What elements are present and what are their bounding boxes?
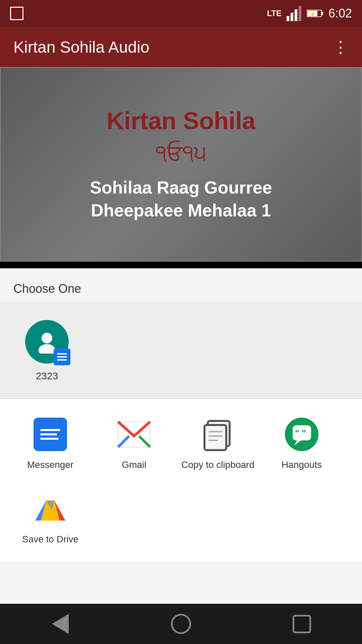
save-to-drive-label: Save to Drive — [22, 534, 78, 545]
apps-section-2: Save to Drive — [0, 487, 362, 561]
hangouts-icon: " " — [285, 418, 318, 451]
svg-point-9 — [39, 344, 55, 354]
svg-rect-3 — [299, 6, 301, 21]
messenger-icon-container — [32, 416, 69, 453]
drive-icon-container — [32, 490, 69, 527]
svg-rect-2 — [295, 9, 297, 21]
svg-rect-1 — [291, 13, 293, 21]
badge-line-2 — [57, 356, 67, 358]
nav-bar — [0, 604, 362, 644]
status-bar-left — [10, 7, 23, 20]
status-bar: LTE ⚡ 6:02 — [0, 0, 362, 27]
content-main-title: Kirtan Sohila — [107, 107, 255, 135]
home-icon — [171, 614, 191, 634]
content-image-area: Kirtan Sohila ੧ਓ੧੫ Sohilaa Raag GourreeD… — [0, 67, 362, 262]
gmail-label: Gmail — [122, 460, 146, 470]
apps-row-2: Save to Drive — [10, 490, 352, 545]
screen-icon — [10, 7, 23, 20]
home-button[interactable] — [161, 610, 201, 637]
app-item-save-to-drive[interactable]: Save to Drive — [10, 490, 90, 545]
svg-text:⚡: ⚡ — [309, 11, 316, 17]
messenger-line-1 — [40, 429, 60, 431]
messenger-line-2 — [40, 433, 57, 435]
status-icons: LTE ⚡ 6:02 — [267, 6, 352, 21]
hangouts-icon-container: " " — [283, 416, 320, 453]
back-icon — [52, 614, 69, 634]
app-item-gmail[interactable]: Gmail — [94, 416, 174, 470]
svg-rect-0 — [287, 16, 289, 21]
contact-item[interactable]: 2323 — [20, 320, 74, 382]
svg-rect-14 — [204, 425, 226, 450]
messenger-line-3 — [40, 438, 59, 440]
clipboard-icon — [201, 418, 235, 451]
apps-row-1: Messenger Gmail — [10, 416, 352, 470]
app-bar: Kirtan Sohila Audio ⋮ — [0, 27, 362, 67]
app-title: Kirtan Sohila Audio — [13, 38, 149, 56]
content-script-text: ੧ਓ੧੫ — [155, 141, 207, 166]
gmail-icon-container — [116, 416, 153, 453]
choose-one-label: Choose One — [0, 268, 362, 303]
svg-text:": " — [295, 428, 299, 438]
avatar-badge — [54, 348, 70, 365]
drive-icon — [34, 492, 67, 526]
gmail-icon — [117, 418, 151, 451]
recents-icon — [293, 615, 311, 633]
overflow-menu-icon[interactable]: ⋮ — [333, 38, 349, 56]
messenger-icon — [34, 418, 67, 451]
svg-point-8 — [42, 333, 52, 343]
back-button[interactable] — [40, 610, 80, 637]
gmail-svg — [117, 421, 151, 448]
copy-to-clipboard-label: Copy to clipboard — [181, 460, 254, 470]
badge-line-3 — [57, 359, 67, 361]
messenger-label: Messenger — [27, 460, 74, 470]
avatar-container — [25, 320, 69, 364]
contact-section: 2323 — [0, 303, 362, 398]
signal-icon — [287, 6, 302, 21]
svg-marker-19 — [294, 440, 301, 445]
app-item-messenger[interactable]: Messenger — [10, 416, 90, 470]
contact-number: 2323 — [36, 370, 58, 382]
content-subtitle: Sohilaa Raag GourreeDheepakee Mehalaa 1 — [90, 176, 272, 222]
svg-rect-5 — [321, 12, 323, 15]
status-time: 6:02 — [328, 6, 352, 20]
recents-button[interactable] — [282, 610, 322, 637]
drive-svg — [34, 494, 67, 524]
svg-text:": " — [302, 428, 306, 438]
hangouts-label: Hangouts — [282, 460, 322, 470]
badge-line-1 — [57, 353, 67, 355]
battery-icon: ⚡ — [307, 8, 323, 18]
clipboard-icon-container — [199, 416, 236, 453]
bottom-sheet: Choose One — [0, 268, 362, 644]
lte-badge: LTE — [267, 9, 282, 18]
messenger-lines — [40, 429, 60, 440]
clipboard-svg — [201, 418, 235, 451]
apps-section-1: Messenger Gmail — [0, 399, 362, 487]
badge-lines — [55, 351, 69, 363]
hangouts-svg: " " — [291, 424, 313, 445]
app-item-copy-to-clipboard[interactable]: Copy to clipboard — [178, 416, 258, 470]
app-item-hangouts[interactable]: " " Hangouts — [261, 416, 342, 470]
